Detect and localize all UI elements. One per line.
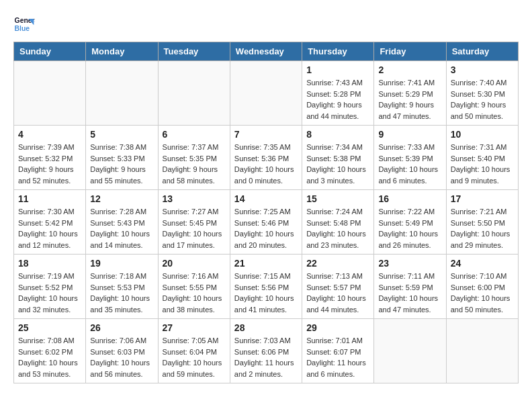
day-info: Sunrise: 7:27 AMSunset: 5:45 PMDaylight:… [163,206,226,250]
weekday-header-thursday: Thursday [302,42,374,61]
day-number: 14 [234,193,298,204]
calendar-cell [158,61,230,126]
day-info: Sunrise: 7:03 AMSunset: 6:06 PMDaylight:… [234,335,298,379]
day-info: Sunrise: 7:34 AMSunset: 5:38 PMDaylight:… [306,142,369,186]
day-number: 12 [90,193,153,204]
calendar-cell: 14Sunrise: 7:25 AMSunset: 5:46 PMDayligh… [230,190,302,255]
day-number: 1 [306,64,369,75]
calendar-cell [86,61,158,126]
day-info: Sunrise: 7:16 AMSunset: 5:55 PMDaylight:… [163,271,226,315]
calendar-cell: 4Sunrise: 7:39 AMSunset: 5:32 PMDaylight… [14,126,86,190]
calendar-cell: 6Sunrise: 7:37 AMSunset: 5:35 PMDaylight… [158,126,230,190]
calendar-cell: 22Sunrise: 7:13 AMSunset: 5:57 PMDayligh… [302,255,374,319]
logo-icon: General Blue [13,13,35,35]
day-number: 23 [378,258,441,269]
calendar-cell [446,319,518,383]
calendar-week-row: 18Sunrise: 7:19 AMSunset: 5:52 PMDayligh… [14,255,519,319]
calendar-week-row: 1Sunrise: 7:43 AMSunset: 5:28 PMDaylight… [14,61,519,126]
day-info: Sunrise: 7:43 AMSunset: 5:28 PMDaylight:… [306,77,369,122]
day-number: 16 [378,193,441,204]
day-number: 5 [90,129,153,140]
day-number: 2 [378,64,441,75]
day-number: 29 [306,322,369,333]
day-number: 22 [306,258,369,269]
day-number: 7 [234,129,298,140]
calendar-cell: 23Sunrise: 7:11 AMSunset: 5:59 PMDayligh… [374,255,446,319]
day-info: Sunrise: 7:37 AMSunset: 5:35 PMDaylight:… [163,142,226,186]
calendar-cell: 12Sunrise: 7:28 AMSunset: 5:43 PMDayligh… [86,190,158,255]
calendar-cell: 28Sunrise: 7:03 AMSunset: 6:06 PMDayligh… [230,319,302,383]
day-info: Sunrise: 7:33 AMSunset: 5:39 PMDaylight:… [378,142,441,186]
weekday-header-saturday: Saturday [446,42,518,61]
day-info: Sunrise: 7:15 AMSunset: 5:56 PMDaylight:… [234,271,298,315]
day-info: Sunrise: 7:01 AMSunset: 6:07 PMDaylight:… [306,335,369,379]
calendar-week-row: 11Sunrise: 7:30 AMSunset: 5:42 PMDayligh… [14,190,519,255]
day-info: Sunrise: 7:28 AMSunset: 5:43 PMDaylight:… [90,206,153,250]
calendar-cell: 3Sunrise: 7:40 AMSunset: 5:30 PMDaylight… [446,61,518,126]
calendar-cell: 19Sunrise: 7:18 AMSunset: 5:53 PMDayligh… [86,255,158,319]
day-number: 6 [163,129,226,140]
calendar-cell: 9Sunrise: 7:33 AMSunset: 5:39 PMDaylight… [374,126,446,190]
calendar-cell: 16Sunrise: 7:22 AMSunset: 5:49 PMDayligh… [374,190,446,255]
day-number: 28 [234,322,298,333]
calendar-cell: 18Sunrise: 7:19 AMSunset: 5:52 PMDayligh… [14,255,86,319]
logo: General Blue [13,13,38,35]
calendar-cell: 8Sunrise: 7:34 AMSunset: 5:38 PMDaylight… [302,126,374,190]
calendar-cell: 17Sunrise: 7:21 AMSunset: 5:50 PMDayligh… [446,190,518,255]
day-info: Sunrise: 7:11 AMSunset: 5:59 PMDaylight:… [378,271,441,315]
calendar-cell: 10Sunrise: 7:31 AMSunset: 5:40 PMDayligh… [446,126,518,190]
day-number: 17 [451,193,514,204]
calendar-cell: 21Sunrise: 7:15 AMSunset: 5:56 PMDayligh… [230,255,302,319]
calendar-week-row: 25Sunrise: 7:08 AMSunset: 6:02 PMDayligh… [14,319,519,383]
calendar-cell: 20Sunrise: 7:16 AMSunset: 5:55 PMDayligh… [158,255,230,319]
day-number: 18 [18,258,81,269]
day-info: Sunrise: 7:25 AMSunset: 5:46 PMDaylight:… [234,206,298,250]
day-info: Sunrise: 7:19 AMSunset: 5:52 PMDaylight:… [18,271,81,315]
day-info: Sunrise: 7:21 AMSunset: 5:50 PMDaylight:… [451,206,514,250]
day-info: Sunrise: 7:30 AMSunset: 5:42 PMDaylight:… [18,206,81,250]
calendar-cell [14,61,86,126]
calendar-cell: 13Sunrise: 7:27 AMSunset: 5:45 PMDayligh… [158,190,230,255]
calendar-cell: 5Sunrise: 7:38 AMSunset: 5:33 PMDaylight… [86,126,158,190]
page-header: General Blue [13,13,519,35]
day-number: 13 [163,193,226,204]
calendar-cell: 25Sunrise: 7:08 AMSunset: 6:02 PMDayligh… [14,319,86,383]
weekday-header-sunday: Sunday [14,42,86,61]
day-info: Sunrise: 7:13 AMSunset: 5:57 PMDaylight:… [306,271,369,315]
day-number: 8 [306,129,369,140]
calendar-cell: 29Sunrise: 7:01 AMSunset: 6:07 PMDayligh… [302,319,374,383]
calendar-cell [374,319,446,383]
calendar-cell: 24Sunrise: 7:10 AMSunset: 6:00 PMDayligh… [446,255,518,319]
day-info: Sunrise: 7:35 AMSunset: 5:36 PMDaylight:… [234,142,298,186]
calendar-cell: 27Sunrise: 7:05 AMSunset: 6:04 PMDayligh… [158,319,230,383]
day-number: 9 [378,129,441,140]
day-number: 19 [90,258,153,269]
day-info: Sunrise: 7:05 AMSunset: 6:04 PMDaylight:… [163,335,226,379]
svg-text:Blue: Blue [15,25,30,32]
day-info: Sunrise: 7:31 AMSunset: 5:40 PMDaylight:… [451,142,514,186]
day-info: Sunrise: 7:38 AMSunset: 5:33 PMDaylight:… [90,142,153,186]
weekday-header-friday: Friday [374,42,446,61]
calendar-cell: 7Sunrise: 7:35 AMSunset: 5:36 PMDaylight… [230,126,302,190]
day-info: Sunrise: 7:08 AMSunset: 6:02 PMDaylight:… [18,335,81,379]
day-number: 26 [90,322,153,333]
day-number: 27 [163,322,226,333]
day-info: Sunrise: 7:10 AMSunset: 6:00 PMDaylight:… [451,271,514,315]
calendar-header-row: SundayMondayTuesdayWednesdayThursdayFrid… [14,42,519,61]
calendar-week-row: 4Sunrise: 7:39 AMSunset: 5:32 PMDaylight… [14,126,519,190]
calendar-cell [230,61,302,126]
day-number: 25 [18,322,81,333]
day-info: Sunrise: 7:40 AMSunset: 5:30 PMDaylight:… [451,77,514,122]
day-number: 21 [234,258,298,269]
weekday-header-tuesday: Tuesday [158,42,230,61]
day-info: Sunrise: 7:18 AMSunset: 5:53 PMDaylight:… [90,271,153,315]
day-info: Sunrise: 7:06 AMSunset: 6:03 PMDaylight:… [90,335,153,379]
calendar-cell: 26Sunrise: 7:06 AMSunset: 6:03 PMDayligh… [86,319,158,383]
day-info: Sunrise: 7:39 AMSunset: 5:32 PMDaylight:… [18,142,81,186]
day-info: Sunrise: 7:24 AMSunset: 5:48 PMDaylight:… [306,206,369,250]
calendar-cell: 15Sunrise: 7:24 AMSunset: 5:48 PMDayligh… [302,190,374,255]
day-number: 10 [451,129,514,140]
calendar-cell: 2Sunrise: 7:41 AMSunset: 5:29 PMDaylight… [374,61,446,126]
day-number: 4 [18,129,81,140]
weekday-header-wednesday: Wednesday [230,42,302,61]
